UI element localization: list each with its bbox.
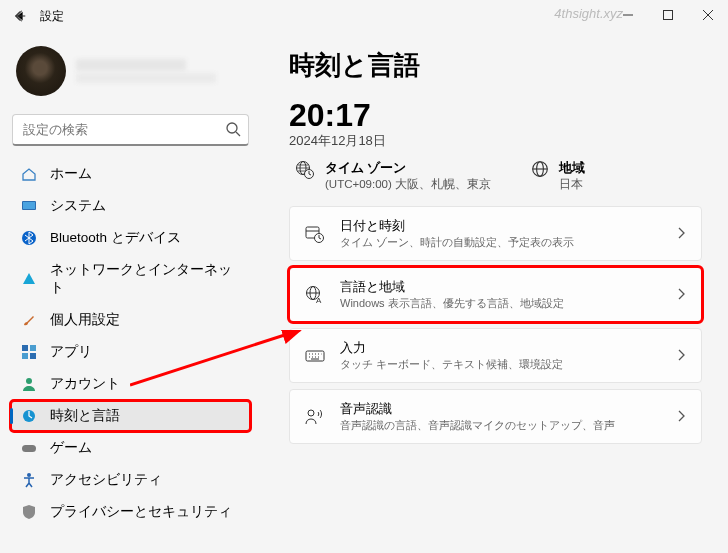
nav-label: アクセシビリティ — [50, 471, 162, 489]
current-date: 2024年12月18日 — [289, 132, 702, 150]
svg-rect-8 — [30, 353, 36, 359]
nav-apps[interactable]: アプリ — [10, 336, 251, 368]
card-typing[interactable]: 入力 タッチ キーボード、テキスト候補、環境設定 — [289, 328, 702, 383]
titlebar: 設定 4thsight.xyz — [0, 0, 728, 32]
svg-rect-6 — [30, 345, 36, 351]
nav-label: 個人用設定 — [50, 311, 120, 329]
language-icon: A — [304, 285, 326, 305]
search-icon — [225, 121, 241, 141]
svg-point-24 — [308, 410, 314, 416]
card-sub: Windows 表示言語、優先する言語、地域設定 — [340, 296, 663, 311]
card-title: 入力 — [340, 339, 663, 357]
svg-point-1 — [227, 123, 237, 133]
page-title: 時刻と言語 — [289, 48, 702, 83]
svg-rect-11 — [22, 445, 36, 452]
svg-point-12 — [27, 473, 31, 477]
region-label: 地域 — [559, 160, 585, 177]
settings-cards: 日付と時刻 タイム ゾーン、時計の自動設定、予定表の表示 A 言語と地域 Win… — [289, 206, 702, 444]
avatar — [16, 46, 66, 96]
accessibility-icon — [20, 471, 38, 489]
apps-icon — [20, 343, 38, 361]
nav-accessibility[interactable]: アクセシビリティ — [10, 464, 251, 496]
back-button[interactable] — [8, 4, 32, 28]
svg-rect-7 — [22, 353, 28, 359]
home-icon — [20, 165, 38, 183]
person-icon — [20, 375, 38, 393]
profile-email — [76, 73, 216, 83]
nav-label: ネットワークとインターネット — [50, 261, 241, 297]
nav-home[interactable]: ホーム — [10, 158, 251, 190]
globe-icon — [531, 160, 549, 182]
chevron-right-icon — [677, 225, 687, 243]
timezone-info[interactable]: タイム ゾーン (UTC+09:00) 大阪、札幌、東京 — [295, 160, 491, 192]
nav-privacy[interactable]: プライバシーとセキュリティ — [10, 496, 251, 528]
close-button[interactable] — [688, 0, 728, 30]
nav-label: アカウント — [50, 375, 120, 393]
card-title: 音声認識 — [340, 400, 663, 418]
current-time: 20:17 — [289, 97, 702, 134]
profile-name — [76, 59, 186, 71]
nav-list: ホーム システム Bluetooth とデバイス ネットワークとインターネット … — [10, 158, 251, 528]
chevron-right-icon — [677, 347, 687, 365]
maximize-button[interactable] — [648, 0, 688, 30]
search-box[interactable] — [12, 114, 249, 146]
nav-label: アプリ — [50, 343, 92, 361]
globe-icon — [295, 160, 315, 184]
search-input[interactable] — [12, 114, 249, 146]
card-date-time[interactable]: 日付と時刻 タイム ゾーン、時計の自動設定、予定表の表示 — [289, 206, 702, 261]
card-sub: タイム ゾーン、時計の自動設定、予定表の表示 — [340, 235, 663, 250]
card-speech[interactable]: 音声認識 音声認識の言語、音声認識マイクのセットアップ、音声 — [289, 389, 702, 444]
info-row: タイム ゾーン (UTC+09:00) 大阪、札幌、東京 地域 日本 — [289, 160, 702, 206]
nav-time-language[interactable]: 時刻と言語 — [10, 400, 251, 432]
card-sub: タッチ キーボード、テキスト候補、環境設定 — [340, 357, 663, 372]
bluetooth-icon — [20, 229, 38, 247]
chevron-right-icon — [677, 408, 687, 426]
globe-clock-icon — [20, 407, 38, 425]
svg-rect-0 — [664, 11, 673, 20]
card-sub: 音声認識の言語、音声認識マイクのセットアップ、音声 — [340, 418, 663, 433]
window-title: 設定 — [40, 8, 64, 25]
timezone-value: (UTC+09:00) 大阪、札幌、東京 — [325, 177, 491, 192]
svg-rect-3 — [23, 202, 35, 209]
nav-label: ゲーム — [50, 439, 92, 457]
system-icon — [20, 197, 38, 215]
card-title: 日付と時刻 — [340, 217, 663, 235]
card-title: 言語と地域 — [340, 278, 663, 296]
arrow-left-icon — [13, 9, 27, 23]
nav-gaming[interactable]: ゲーム — [10, 432, 251, 464]
nav-system[interactable]: システム — [10, 190, 251, 222]
shield-icon — [20, 503, 38, 521]
nav-label: プライバシーとセキュリティ — [50, 503, 232, 521]
gamepad-icon — [20, 439, 38, 457]
profile-block[interactable] — [10, 42, 251, 110]
nav-bluetooth[interactable]: Bluetooth とデバイス — [10, 222, 251, 254]
timezone-label: タイム ゾーン — [325, 160, 491, 177]
region-value: 日本 — [559, 177, 585, 192]
card-language-region[interactable]: A 言語と地域 Windows 表示言語、優先する言語、地域設定 — [289, 267, 702, 322]
content: 時刻と言語 20:17 2024年12月18日 タイム ゾーン (UTC+09:… — [265, 32, 728, 553]
keyboard-icon — [304, 348, 326, 364]
nav-network[interactable]: ネットワークとインターネット — [10, 254, 251, 304]
calendar-clock-icon — [304, 224, 326, 244]
svg-text:A: A — [316, 296, 322, 305]
speech-icon — [304, 408, 326, 426]
brush-icon — [20, 311, 38, 329]
region-info[interactable]: 地域 日本 — [531, 160, 585, 192]
nav-label: 時刻と言語 — [50, 407, 120, 425]
nav-label: ホーム — [50, 165, 92, 183]
nav-personalization[interactable]: 個人用設定 — [10, 304, 251, 336]
wifi-icon — [20, 270, 38, 288]
svg-point-9 — [26, 378, 32, 384]
minimize-button[interactable] — [608, 0, 648, 30]
sidebar: ホーム システム Bluetooth とデバイス ネットワークとインターネット … — [0, 32, 265, 553]
svg-rect-5 — [22, 345, 28, 351]
chevron-right-icon — [677, 286, 687, 304]
nav-label: システム — [50, 197, 106, 215]
nav-accounts[interactable]: アカウント — [10, 368, 251, 400]
nav-label: Bluetooth とデバイス — [50, 229, 181, 247]
